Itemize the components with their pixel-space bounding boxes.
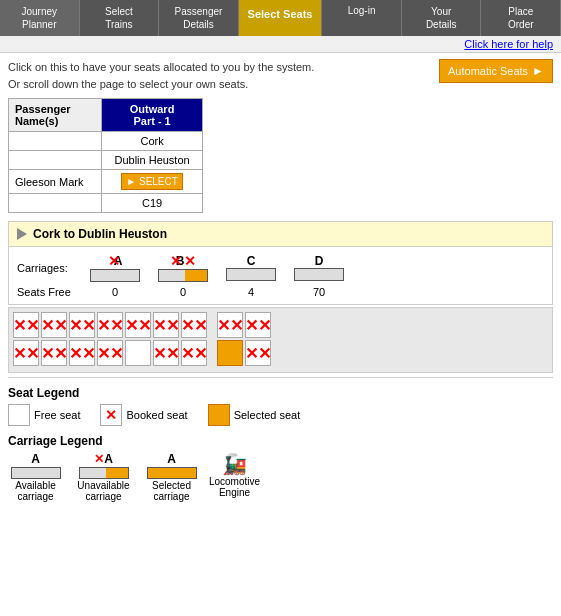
carriage-a-bar <box>90 269 140 282</box>
seat-booked[interactable]: ✕ <box>245 340 271 366</box>
main-content: Click on this to have your seats allocat… <box>0 53 561 512</box>
carriages-row: Carriages: ✕ A ✕ B ✕ <box>17 253 544 282</box>
seats-free-a: 0 <box>90 286 140 298</box>
nav-bar: JourneyPlanner SelectTrains PassengerDet… <box>0 0 561 36</box>
seats-free-values: 0 0 4 70 <box>90 286 344 298</box>
carriages-section: Carriages: ✕ A ✕ B ✕ <box>8 246 553 305</box>
unavailable-label: Unavailablecarriage <box>77 480 129 502</box>
nav-item-select-seats[interactable]: Select Seats <box>239 0 323 36</box>
unavailable-x: ✕ <box>94 452 104 466</box>
carriage-c-bar <box>226 268 276 281</box>
seat-free[interactable] <box>125 340 151 366</box>
city2-value: Dublin Heuston <box>102 151 203 170</box>
carriage-d-bar <box>294 268 344 281</box>
select-cell[interactable]: ► SELECT <box>102 170 203 194</box>
selected-carriage-letter: A <box>167 452 176 466</box>
carriages-label: Carriages: <box>17 262 82 274</box>
nav-item-select-trains[interactable]: SelectTrains <box>80 0 160 36</box>
seats-free-label: Seats Free <box>17 286 82 298</box>
seat-number-value: C19 <box>102 194 203 213</box>
available-label: Availablecarriage <box>15 480 55 502</box>
seat-booked[interactable]: ✕ <box>41 340 67 366</box>
city1-value: Cork <box>102 132 203 151</box>
locomotive-label: LocomotiveEngine <box>209 476 260 498</box>
locomotive-icon: 🚂 <box>222 452 247 476</box>
journey-title: Cork to Dublin Heuston <box>33 227 167 241</box>
legend-free-label: Free seat <box>34 409 80 421</box>
carriage-legend-available: A Availablecarriage <box>8 452 63 502</box>
carriage-d[interactable]: D <box>294 254 344 281</box>
automatic-seats-label: Automatic Seats <box>448 65 528 77</box>
carriage-legend-title: Carriage Legend <box>8 434 553 448</box>
seat-booked[interactable]: ✕ <box>97 312 123 338</box>
passenger-name-cell: Gleeson Mark <box>9 170 102 194</box>
section-divider <box>8 377 553 378</box>
nav-item-journey-planner[interactable]: JourneyPlanner <box>0 0 80 36</box>
carriage-legend-locomotive: 🚂 LocomotiveEngine <box>207 452 262 498</box>
carriages-list: ✕ A ✕ B ✕ C <box>90 253 344 282</box>
legend-selected-icon <box>208 404 230 426</box>
select-button[interactable]: ► SELECT <box>121 173 183 190</box>
legend-booked-label: Booked seat <box>126 409 187 421</box>
seat-legend-title: Seat Legend <box>8 386 553 400</box>
available-letter: A <box>31 452 40 466</box>
seat-booked[interactable]: ✕ <box>217 312 243 338</box>
carriage-b-x2: ✕ <box>184 253 196 269</box>
automatic-seats-button[interactable]: Automatic Seats ► <box>439 59 553 83</box>
seat-row-2: ✕ ✕ ✕ ✕ ✕ ✕ ✕ <box>13 340 548 366</box>
legend-free-icon <box>8 404 30 426</box>
passenger-name-header: PassengerName(s) <box>9 99 102 132</box>
carriage-legend-selected: A Selectedcarriage <box>144 452 199 502</box>
seat-grid-container: ✕ ✕ ✕ ✕ ✕ ✕ ✕ ✕ ✕ ✕ ✕ ✕ ✕ ✕ ✕ ✕ <box>8 307 553 373</box>
seat-booked[interactable]: ✕ <box>69 340 95 366</box>
carriage-a-x: ✕ <box>108 253 120 269</box>
unavailable-bar <box>79 467 129 479</box>
seats-free-b: 0 <box>158 286 208 298</box>
seat-number-label <box>9 194 102 213</box>
legend-free-item: Free seat <box>8 404 80 426</box>
nav-item-your-details[interactable]: YourDetails <box>402 0 482 36</box>
city2-cell <box>9 151 102 170</box>
seat-booked[interactable]: ✕ <box>13 340 39 366</box>
carriage-c[interactable]: C <box>226 254 276 281</box>
seat-booked[interactable]: ✕ <box>13 312 39 338</box>
legend-section: Seat Legend Free seat ✕ Booked seat Sele… <box>8 382 553 506</box>
auto-seats-row: Click on this to have your seats allocat… <box>8 59 553 92</box>
journey-header: Cork to Dublin Heuston <box>8 221 553 246</box>
available-bar <box>11 467 61 479</box>
seat-booked[interactable]: ✕ <box>181 340 207 366</box>
carriage-legend-row: A Availablecarriage ✕ A Unavailablecarri… <box>8 452 553 502</box>
seat-booked[interactable]: ✕ <box>41 312 67 338</box>
carriage-a[interactable]: ✕ A <box>90 253 140 282</box>
carriage-b-bar <box>158 269 208 282</box>
seat-booked[interactable]: ✕ <box>69 312 95 338</box>
seats-free-c: 4 <box>226 286 276 298</box>
auto-seats-description: Click on this to have your seats allocat… <box>8 59 314 92</box>
carriage-d-letter: D <box>315 254 324 268</box>
seat-booked[interactable]: ✕ <box>153 340 179 366</box>
carriage-c-letter: C <box>247 254 256 268</box>
carriage-b-x: ✕ <box>170 253 182 269</box>
passenger-table: PassengerName(s) OutwardPart - 1 Cork Du… <box>8 98 203 213</box>
city1-cell <box>9 132 102 151</box>
carriage-legend-unavailable: ✕ A Unavailablecarriage <box>71 452 136 502</box>
seat-booked[interactable]: ✕ <box>153 312 179 338</box>
seats-free-d: 70 <box>294 286 344 298</box>
carriage-b[interactable]: ✕ B ✕ <box>158 253 208 282</box>
seat-selected[interactable] <box>217 340 243 366</box>
legend-booked-icon: ✕ <box>100 404 122 426</box>
seat-booked[interactable]: ✕ <box>125 312 151 338</box>
seat-booked[interactable]: ✕ <box>181 312 207 338</box>
seat-legend-row: Free seat ✕ Booked seat Selected seat <box>8 404 553 426</box>
help-link[interactable]: Click here for help <box>464 38 553 50</box>
nav-item-place-order[interactable]: PlaceOrder <box>481 0 561 36</box>
unavailable-letter: A <box>104 452 113 466</box>
arrow-icon: ► <box>532 64 544 78</box>
nav-item-passenger-details[interactable]: PassengerDetails <box>159 0 239 36</box>
outward-part-header: OutwardPart - 1 <box>102 99 203 132</box>
nav-item-log-in[interactable]: Log-in <box>322 0 402 36</box>
seat-booked[interactable]: ✕ <box>97 340 123 366</box>
seat-booked[interactable]: ✕ <box>245 312 271 338</box>
legend-selected-label: Selected seat <box>234 409 301 421</box>
play-icon <box>17 228 27 240</box>
